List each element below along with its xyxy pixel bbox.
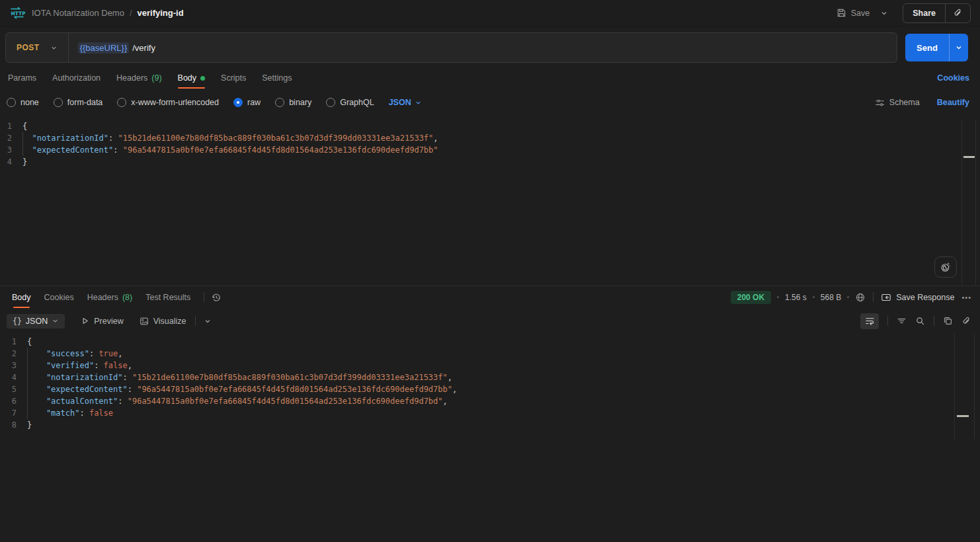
status-badge[interactable]: 200 OK xyxy=(731,291,771,304)
copy-button[interactable] xyxy=(943,316,953,326)
viewer-options-chevron[interactable] xyxy=(204,317,212,325)
radio-icon xyxy=(275,98,284,107)
tab-body[interactable]: Body xyxy=(170,67,214,89)
save-response-button[interactable]: Save Response xyxy=(881,292,954,303)
chevron-down-icon xyxy=(204,317,212,325)
breadcrumb-request-name[interactable]: verifying-id xyxy=(138,8,184,18)
image-icon xyxy=(140,317,149,326)
breadcrumb-separator: / xyxy=(130,8,132,18)
postbot-assistant-button[interactable] xyxy=(934,256,957,278)
scrollbar-track-line xyxy=(974,333,975,439)
more-actions-button[interactable]: ••• xyxy=(961,293,971,301)
body-mode-right-actions: Schema Beautify xyxy=(875,98,969,108)
request-body-editor[interactable]: 1{2"notarizationId": "15b21de61100e7b80d… xyxy=(0,120,954,168)
url-variable-chip[interactable]: {{baseURL}} xyxy=(78,42,130,54)
chevron-down-icon xyxy=(50,44,58,52)
request-editor-scrollbar[interactable] xyxy=(961,119,980,286)
chevron-down-icon xyxy=(52,317,59,325)
request-tabs: Params Authorization Headers (9) Body Sc… xyxy=(0,67,980,89)
schema-button[interactable]: Schema xyxy=(875,98,920,108)
beautify-button[interactable]: Beautify xyxy=(937,98,969,107)
play-icon xyxy=(81,317,89,325)
tab-settings[interactable]: Settings xyxy=(254,67,300,89)
request-url-row: POST {{baseURL}} /verify Send xyxy=(5,32,968,63)
filter-button[interactable] xyxy=(897,316,907,326)
scroll-position-marker xyxy=(957,415,969,417)
save-response-icon xyxy=(881,292,891,303)
body-mode-row: none form-data x-www-form-urlencoded raw… xyxy=(0,93,980,112)
save-options-chevron[interactable] xyxy=(875,5,893,21)
scroll-position-marker xyxy=(963,156,975,158)
send-button[interactable]: Send xyxy=(905,34,949,61)
response-format-selector[interactable]: {} JSON xyxy=(7,314,65,329)
json-braces-icon: {} xyxy=(13,317,22,326)
raw-language-selector[interactable]: JSON xyxy=(389,98,422,107)
network-info-button[interactable] xyxy=(855,292,866,303)
breadcrumb-collection[interactable]: IOTA Notarization Demo xyxy=(32,8,124,18)
mode-none[interactable]: none xyxy=(7,98,39,107)
tab-scripts[interactable]: Scripts xyxy=(213,67,254,89)
meta-dot xyxy=(777,296,779,298)
visualize-button[interactable]: Visualize xyxy=(140,317,186,326)
sliders-icon xyxy=(875,98,885,108)
wrap-text-button[interactable] xyxy=(860,313,879,329)
breadcrumb: IOTA Notarization Demo / verifying-id xyxy=(32,8,184,18)
mode-graphql[interactable]: GraphQL xyxy=(326,98,374,107)
tab-authorization[interactable]: Authorization xyxy=(44,67,108,89)
response-size[interactable]: 568 B xyxy=(821,293,841,302)
share-button[interactable]: Share xyxy=(903,9,945,18)
method-selector[interactable]: POST xyxy=(6,43,50,52)
response-time[interactable]: 1.56 s xyxy=(785,293,807,302)
chevron-down-icon xyxy=(955,44,963,52)
send-options-chevron[interactable] xyxy=(949,34,968,61)
meta-divider xyxy=(873,292,874,302)
radio-checked-icon xyxy=(233,98,243,107)
tools-divider xyxy=(934,316,934,326)
mode-x-www-form-urlencoded[interactable]: x-www-form-urlencoded xyxy=(117,98,219,107)
controls-divider xyxy=(195,316,196,326)
radio-icon xyxy=(7,98,16,107)
headers-count: (9) xyxy=(151,73,161,83)
method-chevron[interactable] xyxy=(50,44,58,52)
http-request-icon: HTTP xyxy=(9,7,25,19)
mode-binary[interactable]: binary xyxy=(275,98,311,107)
save-button[interactable]: Save xyxy=(831,4,876,22)
svg-text:HTTP: HTTP xyxy=(11,11,26,17)
wrap-text-icon xyxy=(865,316,875,326)
response-headers-count: (8) xyxy=(122,293,132,302)
search-button[interactable] xyxy=(915,316,925,326)
response-history-button[interactable] xyxy=(211,292,222,303)
meta-dot xyxy=(847,296,849,298)
tab-params[interactable]: Params xyxy=(0,67,44,89)
mode-raw[interactable]: raw xyxy=(233,98,261,107)
globe-icon xyxy=(855,292,866,303)
link-icon xyxy=(953,8,963,18)
response-pane: Body Cookies Headers (8) Test Results 20… xyxy=(0,286,980,542)
preview-button[interactable]: Preview xyxy=(81,317,123,326)
postbot-sparkle-icon xyxy=(940,261,952,273)
copy-link-button[interactable] xyxy=(961,316,971,326)
top-bar: HTTP IOTA Notarization Demo / verifying-… xyxy=(0,0,980,26)
response-viewer-scrollbar[interactable] xyxy=(954,333,980,439)
url-input[interactable]: {{baseURL}} /verify xyxy=(69,42,897,54)
url-path: /verify xyxy=(132,43,155,53)
link-icon xyxy=(961,316,971,326)
request-url-bar: POST {{baseURL}} /verify xyxy=(5,32,897,63)
copy-icon xyxy=(943,316,953,326)
save-icon xyxy=(837,8,846,18)
mode-form-data[interactable]: form-data xyxy=(54,98,103,107)
search-icon xyxy=(915,316,925,326)
response-viewer-tools xyxy=(860,313,971,329)
response-tabs-divider xyxy=(204,292,204,302)
response-body-viewer[interactable]: 1{2"success": true,3"verified": false,4"… xyxy=(0,336,980,431)
save-button-label: Save xyxy=(851,9,870,18)
radio-icon xyxy=(54,98,63,107)
cookies-link[interactable]: Cookies xyxy=(937,73,969,83)
response-tab-headers[interactable]: Headers (8) xyxy=(81,287,140,308)
response-tab-body[interactable]: Body xyxy=(5,287,38,308)
tab-headers[interactable]: Headers (9) xyxy=(108,67,170,89)
scrollbar-track-line xyxy=(975,119,976,286)
response-tab-cookies[interactable]: Cookies xyxy=(38,287,81,308)
response-tab-test-results[interactable]: Test Results xyxy=(139,287,197,308)
copy-link-button[interactable] xyxy=(946,8,970,18)
